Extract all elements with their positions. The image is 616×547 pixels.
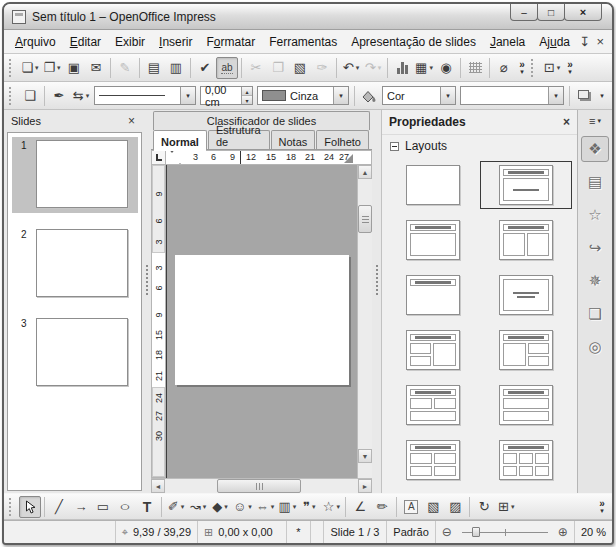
toolbar-overflow-button[interactable]: ▾	[595, 85, 609, 107]
layout-thumb-blank[interactable]	[387, 161, 480, 209]
sidebar-tab-slide-transition[interactable]: ↪	[581, 235, 609, 261]
layout-thumb-content-over-content[interactable]	[480, 381, 573, 429]
maximize-button[interactable]: □	[537, 4, 565, 21]
toolbar-grip[interactable]	[531, 59, 537, 77]
close-icon[interactable]: ×	[128, 115, 135, 127]
minimize-button[interactable]: –	[510, 4, 538, 21]
slide-thumbnail[interactable]	[36, 140, 128, 208]
menu-janela[interactable]: Janela	[483, 32, 532, 52]
line-width-value[interactable]: 0,00 cm	[201, 87, 241, 104]
sidebar-tab-custom-animation[interactable]: ☆	[581, 202, 609, 228]
zoom-button[interactable]: ⌀	[493, 57, 515, 79]
area-dialog-button[interactable]	[358, 85, 380, 107]
tab-normal[interactable]: Normal	[153, 130, 207, 150]
sidebar-tab-master-pages[interactable]: ▤	[581, 169, 609, 195]
layout-thumb-title-content[interactable]	[387, 216, 480, 264]
toolbar-overflow-button[interactable]: »▾	[515, 57, 529, 79]
sidebar-tab-effects[interactable]: ✵	[581, 268, 609, 294]
basic-shapes-button[interactable]: ◆▾	[209, 496, 231, 518]
insert-chart-button[interactable]	[391, 57, 413, 79]
sidebar-menu-button[interactable]: ≡▾	[589, 113, 601, 129]
zoom-level[interactable]: 20 %	[575, 521, 612, 543]
new-document-button[interactable]: ❏▾	[19, 57, 41, 79]
export-pdf-button[interactable]: ▤	[143, 57, 165, 79]
margin-marker-icon[interactable]	[344, 154, 353, 163]
curve-tool-button[interactable]: ✐▾	[165, 496, 187, 518]
horizontal-scrollbar[interactable]: ◄ ►	[151, 478, 372, 493]
email-button[interactable]: ✉	[85, 57, 107, 79]
toolbar-grip[interactable]	[9, 498, 15, 516]
chevron-down-icon[interactable]: ▾	[548, 87, 563, 104]
insert-picture-button[interactable]: ▧	[422, 496, 444, 518]
chevron-down-icon[interactable]: ▾	[180, 87, 195, 104]
flowchart-button[interactable]: ▥▾	[276, 496, 298, 518]
presentation-button[interactable]: ⊡▾	[541, 57, 563, 79]
styles-formatting-button[interactable]: ❑	[19, 85, 41, 107]
insert-table-button[interactable]: ▦▾	[413, 57, 435, 79]
scroll-right-icon[interactable]: ►	[358, 479, 372, 493]
menu-arquivo[interactable]: Arquivo	[8, 32, 63, 52]
update-notification-icon[interactable]: ↧	[577, 34, 592, 49]
vertical-scroll-thumb[interactable]	[358, 205, 372, 233]
scroll-left-icon[interactable]: ◄	[151, 479, 165, 493]
fill-color-select[interactable]: ▾	[460, 86, 564, 105]
chevron-down-icon[interactable]: ▾	[333, 87, 348, 104]
vertical-scroll-track[interactable]	[358, 179, 372, 449]
ellipse-tool-button[interactable]: ○	[114, 496, 136, 518]
edit-points-button[interactable]: ∠	[349, 496, 371, 518]
layout-thumb-2content-content[interactable]	[387, 326, 480, 374]
redo-button[interactable]: ↷▾	[362, 57, 384, 79]
close-button[interactable]: ×	[564, 4, 602, 21]
stars-button[interactable]: ☆▾	[320, 496, 342, 518]
layout-thumb-content-2content[interactable]	[480, 326, 573, 374]
rectangle-tool-button[interactable]: ▭	[92, 496, 114, 518]
spin-up-icon[interactable]: ▴	[242, 87, 252, 95]
undo-button[interactable]: ↶▾	[340, 57, 362, 79]
menu-ferramentas[interactable]: Ferramentas	[262, 32, 344, 52]
zoom-in-icon[interactable]: ⊕	[558, 525, 568, 539]
layout-thumb-4-content[interactable]	[387, 436, 480, 484]
edit-file-button[interactable]: ✎	[114, 57, 136, 79]
vertical-scrollbar[interactable]: ▲ ▼	[357, 165, 372, 478]
sidebar-tab-properties[interactable]: ❖	[581, 136, 609, 162]
print-button[interactable]: ▥	[165, 57, 187, 79]
line-color-select[interactable]: Cinza▾	[257, 86, 349, 105]
line-width-stepper[interactable]: 0,00 cm▴▾	[200, 86, 253, 105]
connector-tool-button[interactable]: ↝▾	[187, 496, 209, 518]
menu-exibir[interactable]: Exibir	[108, 32, 152, 52]
fontwork-button[interactable]: A	[400, 496, 422, 518]
block-arrows-button[interactable]: ⇔▾	[254, 496, 277, 518]
presentation-overflow-button[interactable]: »▾	[563, 57, 577, 79]
menu-inserir[interactable]: Inserir	[152, 32, 199, 52]
menu-apresentacao[interactable]: Apresentação de slides	[344, 32, 483, 52]
rotate-button[interactable]: ↻	[473, 496, 495, 518]
zoom-out-icon[interactable]: ⊖	[442, 525, 452, 539]
slide-thumbnail[interactable]	[36, 318, 128, 386]
zoom-slider-track[interactable]	[462, 532, 548, 533]
layout-thumb-title-two-content[interactable]	[480, 216, 573, 264]
scroll-down-icon[interactable]: ▼	[358, 449, 372, 463]
line-dialog-button[interactable]: ✒	[48, 85, 70, 107]
display-grid-button[interactable]	[464, 57, 486, 79]
slide-thumbnail[interactable]	[36, 229, 128, 297]
open-button[interactable]: ❐▾	[41, 57, 63, 79]
drawbar-overflow-button[interactable]: »▾	[595, 496, 609, 518]
toolbar-grip[interactable]	[9, 59, 15, 77]
line-style-select[interactable]: ▾	[94, 86, 196, 105]
sidebar-tab-navigator[interactable]: ◎	[581, 334, 609, 360]
indent-marker-icon[interactable]	[168, 153, 184, 163]
menu-formatar[interactable]: Formatar	[199, 32, 262, 52]
slide-page[interactable]	[175, 255, 349, 385]
tab-stop-selector[interactable]	[151, 150, 166, 165]
close-icon[interactable]: ×	[563, 116, 570, 128]
layout-thumb-centered-text[interactable]	[480, 271, 573, 319]
line-tool-button[interactable]: ╱	[48, 496, 70, 518]
slide-thumbnail-row[interactable]: 1	[12, 137, 138, 213]
callouts-button[interactable]: ❞▾	[298, 496, 320, 518]
tab-notas[interactable]: Notas	[271, 130, 316, 150]
select-tool-button[interactable]	[19, 496, 41, 518]
title-bar[interactable]: Sem título 1 – OpenOffice Impress – □ ×	[4, 4, 612, 30]
fill-type-select[interactable]: Cor▾	[382, 86, 456, 105]
menu-editar[interactable]: Editar	[63, 32, 108, 52]
panel-splitter[interactable]	[142, 110, 151, 493]
